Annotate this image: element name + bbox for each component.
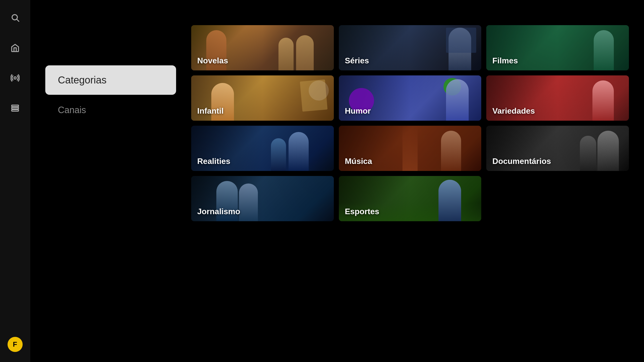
card-filmes[interactable]: Filmes [486, 25, 629, 70]
card-humor-label: Humor [345, 106, 371, 116]
grid-row-1: Novelas Séries Filmes [191, 25, 629, 70]
sidebar: F [0, 0, 30, 362]
grid-row-2: Infantil Humor Variedades [191, 75, 629, 121]
categories-grid: Novelas Séries Filmes [191, 10, 629, 352]
svg-rect-3 [12, 105, 18, 107]
card-infantil-label: Infantil [197, 106, 224, 116]
grid-empty-slot [486, 176, 629, 221]
sidebar-item-home[interactable] [8, 40, 23, 55]
card-documentarios-label: Documentários [492, 157, 551, 166]
categorias-button[interactable]: Categorias [45, 65, 176, 95]
main-content: Categorias Canais Novelas Séries [30, 0, 644, 362]
card-series-label: Séries [345, 56, 369, 65]
svg-point-2 [14, 77, 16, 79]
card-musica-label: Música [345, 157, 372, 166]
card-esportes-label: Esportes [345, 207, 379, 216]
card-novelas[interactable]: Novelas [191, 25, 334, 70]
svg-rect-5 [12, 110, 18, 111]
card-variedades-label: Variedades [492, 106, 535, 116]
grid-row-3: Realities Música Documentários [191, 126, 629, 171]
card-jornalismo[interactable]: Jornalismo [191, 176, 334, 221]
card-variedades[interactable]: Variedades [486, 75, 629, 121]
avatar[interactable]: F [8, 337, 23, 352]
grid-row-4: Jornalismo Esportes [191, 176, 629, 221]
card-novelas-label: Novelas [197, 56, 228, 65]
svg-rect-4 [12, 107, 18, 109]
card-esportes[interactable]: Esportes [339, 176, 481, 221]
svg-line-1 [17, 19, 19, 21]
card-documentarios[interactable]: Documentários [486, 126, 629, 171]
card-realities-label: Realities [197, 157, 230, 166]
canais-button[interactable]: Canais [45, 102, 176, 118]
sidebar-item-search[interactable] [8, 10, 23, 25]
card-realities[interactable]: Realities [191, 126, 334, 171]
sidebar-item-library[interactable] [8, 101, 23, 116]
card-filmes-label: Filmes [492, 56, 518, 65]
card-jornalismo-label: Jornalismo [197, 207, 240, 216]
card-humor[interactable]: Humor [339, 75, 481, 121]
card-musica[interactable]: Música [339, 126, 481, 171]
sidebar-item-live[interactable] [8, 70, 23, 85]
left-panel: Categorias Canais [45, 10, 176, 352]
card-series[interactable]: Séries [339, 25, 481, 70]
card-infantil[interactable]: Infantil [191, 75, 334, 121]
